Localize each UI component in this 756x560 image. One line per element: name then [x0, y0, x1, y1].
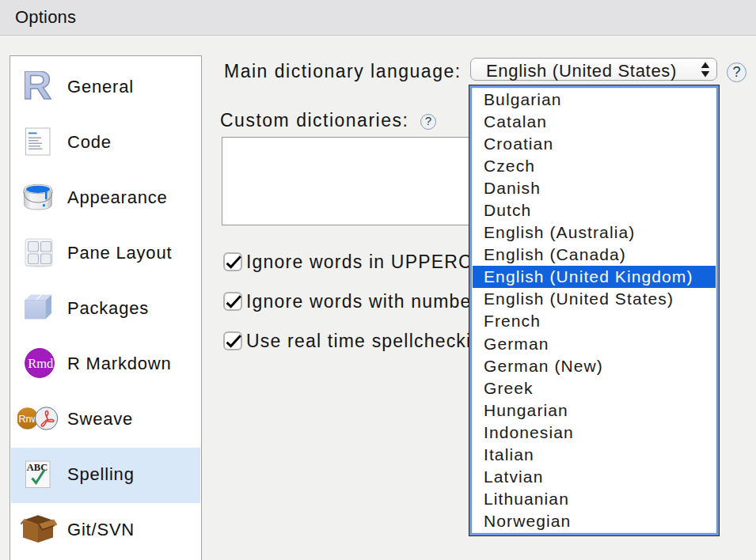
svg-text:R: R — [25, 71, 51, 101]
svg-text:Rmd: Rmd — [28, 356, 54, 371]
